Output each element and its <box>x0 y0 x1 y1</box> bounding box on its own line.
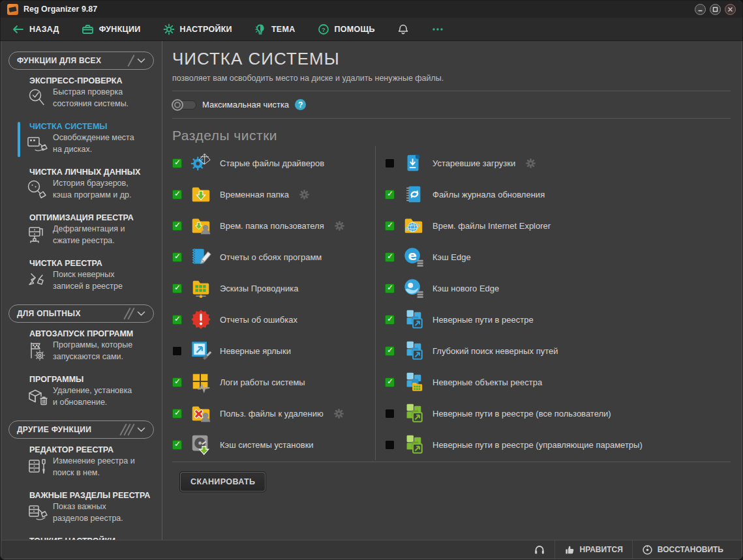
item-settings-gear-icon[interactable] <box>526 158 536 168</box>
cleanup-item-invalid-paths-control-params[interactable]: Неверные пути в реестре (управляющие пар… <box>385 429 731 460</box>
cleanup-item-deep-path-search[interactable]: Глубокий поиск неверных путей <box>385 335 731 366</box>
cleanup-column-left: Старые файлы драйверов Временная папка В… <box>172 146 376 460</box>
section-slashes <box>130 54 132 67</box>
cleanup-item-old-driver-files[interactable]: Старые файлы драйверов <box>172 147 370 179</box>
item-settings-gear-icon[interactable] <box>299 190 309 199</box>
back-label: НАЗАД <box>29 25 59 34</box>
sidebar-item-programs[interactable]: ПРОГРАММЫ Удаление, установкаи обновлени… <box>1 375 162 409</box>
checkbox[interactable] <box>385 221 395 231</box>
cleanup-item-invalid-shortcuts[interactable]: Неверные ярлыки <box>172 335 370 366</box>
cleanup-item-invalid-registry-objects[interactable]: Неверные объекты реестра <box>385 366 731 398</box>
cleanup-item-system-logs[interactable]: Логи работы системы <box>172 366 370 398</box>
more-button[interactable] <box>431 23 444 35</box>
cleanup-item-edge-cache[interactable]: e Кэш Edge <box>385 241 731 273</box>
checkbox[interactable] <box>172 315 182 325</box>
minimize-button[interactable] <box>695 4 706 15</box>
cleanup-item-label: Устаревшие загрузки <box>432 158 515 168</box>
sidebar-item-private-data-cleanup[interactable]: ЧИСТКА ЛИЧНЫХ ДАННЫХ История браузеров,к… <box>1 168 162 201</box>
checkbox[interactable] <box>385 158 395 168</box>
face-broom-icon <box>24 178 50 201</box>
checkbox[interactable] <box>385 409 395 419</box>
max-cleanup-help-icon[interactable]: ? <box>295 99 306 110</box>
sidebar-section-functions-for-all[interactable]: ФУНКЦИИ ДЛЯ ВСЕХ <box>8 52 154 70</box>
checkbox[interactable] <box>385 346 395 356</box>
restore-button[interactable]: ВОССТАНОВИТЬ <box>632 540 733 559</box>
checkbox[interactable] <box>172 284 182 293</box>
checkbox[interactable] <box>385 315 395 325</box>
driver-files-icon <box>189 151 213 175</box>
registry-paths-green-icon <box>402 402 425 425</box>
sidebar-item-registry-cleanup[interactable]: ЧИСТКА РЕЕСТРА Поиск неверныхзаписей в р… <box>1 259 162 293</box>
cleanup-item-ie-temp-files[interactable]: Врем. файлы Internet Explorer <box>385 210 731 241</box>
checkbox[interactable] <box>385 252 395 262</box>
cleanup-item-label: Отчеты о сбоях программ <box>220 252 322 262</box>
cleanup-item-label: Глубокий поиск неверных путей <box>432 346 558 356</box>
sidebar-item-system-cleanup[interactable]: ЧИСТКА СИСТЕМЫ Освобождение местана диск… <box>1 122 162 156</box>
checkbox[interactable] <box>385 440 395 450</box>
checkbox[interactable] <box>172 252 182 262</box>
cleanup-item-invalid-registry-paths[interactable]: Неверные пути в реестре <box>385 304 731 335</box>
gear-icon <box>163 23 175 35</box>
cleanup-item-installer-cache[interactable]: Кэш системы установки <box>172 429 370 460</box>
sidebar-section-for-experienced[interactable]: ДЛЯ ОПЫТНЫХ <box>8 304 154 323</box>
checkbox[interactable] <box>172 221 182 231</box>
cleanup-item-update-log-files[interactable]: Файлы журнала обновления <box>385 179 731 210</box>
back-button[interactable]: НАЗАД <box>11 23 59 35</box>
notifications-button[interactable] <box>397 23 409 35</box>
feedback-headphones-button[interactable] <box>524 540 554 559</box>
cleanup-item-label: Неверные ярлыки <box>220 346 291 356</box>
sidebar-item-autorun-programs[interactable]: АВТОЗАПУСК ПРОГРАММ Программы, которыеза… <box>1 329 162 363</box>
sidebar-section-other-functions[interactable]: ДРУГИЕ ФУНКЦИИ <box>8 420 154 439</box>
divider <box>172 118 731 119</box>
sidebar: ФУНКЦИИ ДЛЯ ВСЕХ ЭКСПРЕСС-ПРОВЕРКА Быстр… <box>1 41 162 540</box>
theme-button[interactable]: ТЕМА <box>254 23 296 35</box>
chevron-down-icon <box>137 427 145 432</box>
cleanup-item-user-temp-folder[interactable]: Врем. папка пользователя <box>172 210 370 241</box>
cleanup-item-error-reports[interactable]: Отчеты об ошибках <box>172 304 370 335</box>
help-button[interactable]: ? ПОМОЩЬ <box>318 23 375 35</box>
cleanup-item-new-edge-cache[interactable]: Кэш нового Edge <box>385 273 731 304</box>
cleanup-item-invalid-paths-all-users[interactable]: Неверные пути в реестре (все пользовател… <box>385 398 731 429</box>
sidebar-item-title: ЧИСТКА СИСТЕМЫ <box>29 122 158 131</box>
cleanup-item-crash-reports[interactable]: Отчеты о сбоях программ <box>172 241 370 273</box>
back-arrow-icon <box>11 23 24 35</box>
max-cleanup-toggle[interactable] <box>172 100 196 110</box>
item-settings-gear-icon[interactable] <box>335 221 344 231</box>
brooms-icon <box>24 269 50 293</box>
checkbox[interactable] <box>172 158 182 168</box>
checkbox[interactable] <box>385 190 395 199</box>
functions-button[interactable]: ФУНКЦИИ <box>82 23 141 35</box>
cleanup-item-label: Старые файлы драйверов <box>220 158 324 168</box>
checkbox[interactable] <box>172 346 182 356</box>
checkbox[interactable] <box>172 440 182 450</box>
sidebar-item-registry-optimization[interactable]: ОПТИМИЗАЦИЯ РЕЕСТРА Дефрагментация исжат… <box>1 213 162 247</box>
checkbox[interactable] <box>385 377 395 387</box>
maximize-button[interactable] <box>710 4 721 15</box>
sidebar-item-important-registry-keys[interactable]: ВАЖНЫЕ РАЗДЕЛЫ РЕЕСТРА Показ важныхразде… <box>1 491 162 525</box>
cleanup-item-explorer-thumbnails[interactable]: Эскизы Проводника <box>172 273 370 304</box>
section-slashes <box>123 423 132 436</box>
registry-paths-blue-icon <box>402 339 425 362</box>
checkbox[interactable] <box>385 284 395 293</box>
checkbox[interactable] <box>172 190 182 199</box>
item-settings-gear-icon[interactable] <box>334 409 344 419</box>
cleanup-item-label: Неверные пути в реестре (все пользовател… <box>432 409 611 419</box>
scan-button[interactable]: СКАНИРОВАТЬ <box>180 472 265 492</box>
chevron-down-icon <box>137 311 145 316</box>
cleanup-column-right: Устаревшие загрузки Файлы журнала обновл… <box>376 146 731 460</box>
sidebar-item-registry-editor[interactable]: РЕДАКТОР РЕЕСТРА Изменение реестра ипоис… <box>1 445 162 479</box>
sidebar-item-express-check[interactable]: ЭКСПРЕСС-ПРОВЕРКА Быстрая проверкасостоя… <box>1 76 162 110</box>
help-label: ПОМОЩЬ <box>335 25 375 34</box>
checkbox[interactable] <box>172 377 182 387</box>
close-button[interactable] <box>725 4 736 15</box>
cleanup-item-label: Кэш нового Edge <box>432 284 499 293</box>
cleanup-item-temp-folder[interactable]: Временная папка <box>172 179 370 210</box>
cleanup-item-outdated-downloads[interactable]: Устаревшие загрузки <box>385 147 731 179</box>
divider <box>172 462 731 462</box>
error-reports-icon <box>189 308 213 331</box>
outdated-downloads-icon <box>402 151 425 175</box>
like-button[interactable]: НРАВИТСЯ <box>554 540 632 559</box>
settings-button[interactable]: НАСТРОЙКИ <box>163 23 232 35</box>
checkbox[interactable] <box>172 409 182 419</box>
cleanup-item-user-files-to-delete[interactable]: Польз. файлы к удалению <box>172 398 370 429</box>
